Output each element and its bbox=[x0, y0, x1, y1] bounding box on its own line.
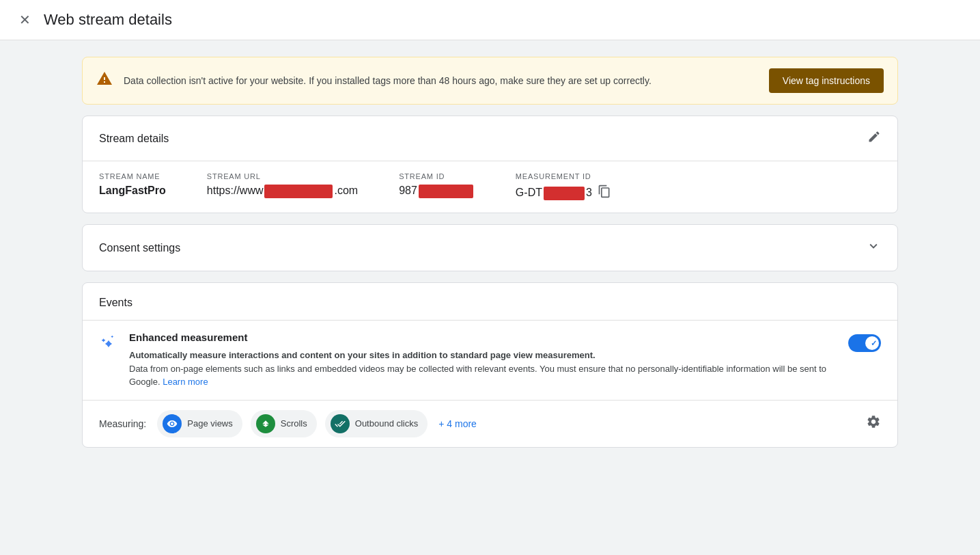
stream-id-label: STREAM ID bbox=[399, 172, 475, 180]
stream-id-field: STREAM ID 987 bbox=[399, 172, 475, 198]
enhanced-desc-bold: Automatically measure interactions and c… bbox=[129, 350, 596, 360]
stream-details-card: Stream details STREAM NAME LangFastPro S… bbox=[82, 116, 898, 213]
consent-settings-card: Consent settings bbox=[82, 224, 898, 271]
measurement-id-wrapper: G-DT3 bbox=[516, 185, 611, 202]
enhanced-desc-text: Data from on-page elements such as links… bbox=[129, 364, 826, 388]
events-card: Events Enhanced measurement Automaticall… bbox=[82, 282, 898, 448]
stream-id-redacted bbox=[419, 185, 473, 198]
stream-name-field: STREAM NAME LangFastPro bbox=[99, 172, 166, 197]
consent-settings-header[interactable]: Consent settings bbox=[83, 225, 897, 271]
stream-details-title: Stream details bbox=[99, 133, 169, 145]
stream-name-value: LangFastPro bbox=[99, 185, 166, 197]
chevron-down-icon[interactable] bbox=[866, 239, 881, 257]
measuring-row: Measuring: Page views Scrolls bbox=[83, 400, 897, 447]
warning-banner: Data collection isn't active for your we… bbox=[82, 57, 898, 105]
warning-text: Data collection isn't active for your we… bbox=[124, 74, 758, 88]
measurement-id-redacted bbox=[544, 187, 585, 200]
page-views-icon bbox=[163, 414, 182, 433]
measuring-label: Measuring: bbox=[99, 418, 146, 429]
scrolls-label: Scrolls bbox=[281, 418, 307, 429]
sparkle-icon bbox=[99, 334, 118, 356]
learn-more-link[interactable]: Learn more bbox=[163, 377, 208, 387]
toggle-wrapper[interactable]: ✓ bbox=[848, 334, 881, 352]
copy-icon[interactable] bbox=[598, 185, 611, 202]
enhanced-measurement-title: Enhanced measurement bbox=[129, 331, 837, 343]
stream-url-value: https://www.com bbox=[207, 185, 358, 198]
edit-icon[interactable] bbox=[867, 130, 881, 147]
page-views-label: Page views bbox=[187, 418, 232, 429]
more-events-link[interactable]: + 4 more bbox=[438, 418, 477, 429]
enhanced-content: Enhanced measurement Automatically measu… bbox=[129, 331, 837, 389]
stream-url-field: STREAM URL https://www.com bbox=[207, 172, 358, 198]
enhanced-measurement-toggle[interactable]: ✓ bbox=[848, 334, 881, 352]
measurement-id-value: G-DT3 bbox=[516, 187, 592, 200]
measurement-id-label: MEASUREMENT ID bbox=[516, 172, 611, 180]
toggle-check-icon: ✓ bbox=[871, 339, 877, 348]
page-title: Web stream details bbox=[44, 11, 172, 29]
scrolls-chip: Scrolls bbox=[251, 410, 317, 437]
enhanced-measurement-row: Enhanced measurement Automatically measu… bbox=[83, 320, 897, 400]
stream-url-label: STREAM URL bbox=[207, 172, 358, 180]
stream-details-header: Stream details bbox=[83, 116, 897, 161]
stream-id-value: 987 bbox=[399, 185, 475, 198]
outbound-clicks-chip: Outbound clicks bbox=[325, 410, 428, 437]
content-area: Data collection isn't active for your we… bbox=[0, 40, 980, 464]
warning-icon bbox=[96, 70, 113, 91]
view-tag-instructions-button[interactable]: View tag instructions bbox=[769, 68, 884, 93]
stream-fields: STREAM NAME LangFastPro STREAM URL https… bbox=[83, 161, 897, 213]
scrolls-icon bbox=[256, 414, 275, 433]
consent-settings-title: Consent settings bbox=[99, 242, 180, 254]
events-title: Events bbox=[99, 297, 132, 308]
outbound-clicks-label: Outbound clicks bbox=[355, 418, 419, 429]
events-header: Events bbox=[83, 283, 897, 320]
close-icon[interactable]: ✕ bbox=[16, 12, 33, 28]
outbound-clicks-icon bbox=[331, 414, 350, 433]
stream-name-label: STREAM NAME bbox=[99, 172, 166, 180]
stream-url-redacted bbox=[264, 185, 333, 198]
page-header: ✕ Web stream details bbox=[0, 0, 980, 40]
enhanced-measurement-description: Automatically measure interactions and c… bbox=[129, 349, 837, 389]
events-settings-icon[interactable] bbox=[866, 414, 881, 433]
page-views-chip: Page views bbox=[157, 410, 242, 437]
measurement-id-field: MEASUREMENT ID G-DT3 bbox=[516, 172, 611, 202]
